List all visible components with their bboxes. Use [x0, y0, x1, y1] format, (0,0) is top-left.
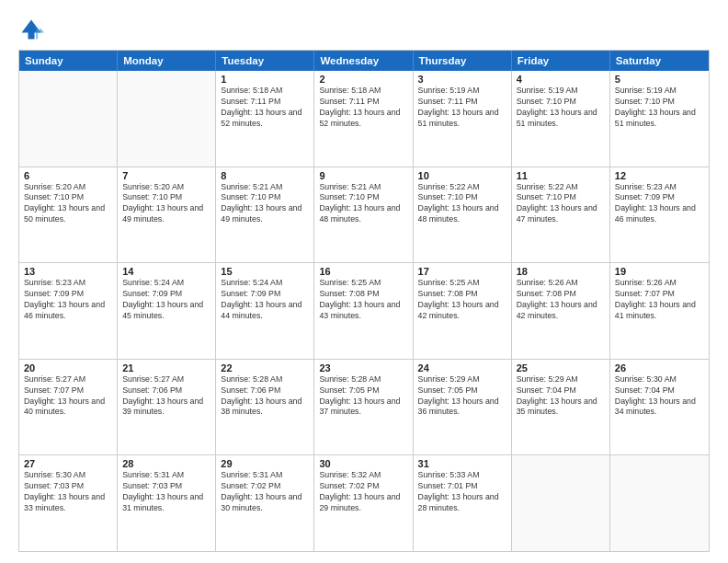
day-number: 16	[319, 266, 407, 277]
day-info: Sunrise: 5:21 AM Sunset: 7:10 PM Dayligh…	[221, 182, 309, 226]
day-cell-22: 22Sunrise: 5:28 AM Sunset: 7:06 PM Dayli…	[216, 360, 314, 455]
day-cell-12: 12Sunrise: 5:23 AM Sunset: 7:09 PM Dayli…	[610, 167, 709, 263]
day-cell-10: 10Sunrise: 5:22 AM Sunset: 7:10 PM Dayli…	[414, 167, 512, 263]
empty-cell	[610, 455, 709, 551]
day-cell-11: 11Sunrise: 5:22 AM Sunset: 7:10 PM Dayli…	[512, 167, 610, 263]
day-number: 27	[24, 458, 112, 469]
day-cell-30: 30Sunrise: 5:32 AM Sunset: 7:02 PM Dayli…	[314, 455, 413, 551]
day-info: Sunrise: 5:19 AM Sunset: 7:10 PM Dayligh…	[517, 86, 605, 130]
day-cell-13: 13Sunrise: 5:23 AM Sunset: 7:09 PM Dayli…	[19, 263, 118, 359]
header-cell-saturday: Saturday	[610, 51, 709, 71]
day-number: 11	[517, 170, 605, 181]
header-cell-monday: Monday	[118, 51, 216, 71]
day-info: Sunrise: 5:28 AM Sunset: 7:05 PM Dayligh…	[319, 374, 407, 419]
day-info: Sunrise: 5:23 AM Sunset: 7:09 PM Dayligh…	[615, 182, 704, 226]
header-cell-thursday: Thursday	[414, 51, 512, 71]
empty-cell	[118, 71, 216, 167]
calendar-row-2: 6Sunrise: 5:20 AM Sunset: 7:10 PM Daylig…	[19, 167, 709, 263]
day-number: 1	[221, 74, 309, 85]
header-cell-sunday: Sunday	[19, 51, 118, 71]
day-info: Sunrise: 5:26 AM Sunset: 7:08 PM Dayligh…	[517, 278, 605, 322]
day-number: 26	[615, 362, 704, 373]
empty-cell	[19, 71, 118, 167]
day-cell-5: 5Sunrise: 5:19 AM Sunset: 7:10 PM Daylig…	[610, 71, 709, 167]
day-info: Sunrise: 5:29 AM Sunset: 7:05 PM Dayligh…	[418, 374, 506, 419]
day-cell-7: 7Sunrise: 5:20 AM Sunset: 7:10 PM Daylig…	[118, 167, 216, 263]
day-info: Sunrise: 5:31 AM Sunset: 7:02 PM Dayligh…	[221, 470, 309, 514]
day-number: 19	[615, 266, 704, 277]
header	[18, 17, 710, 42]
day-number: 4	[517, 74, 605, 85]
svg-marker-1	[36, 23, 44, 40]
day-number: 12	[615, 170, 704, 181]
day-cell-20: 20Sunrise: 5:27 AM Sunset: 7:07 PM Dayli…	[19, 360, 118, 455]
day-cell-9: 9Sunrise: 5:21 AM Sunset: 7:10 PM Daylig…	[314, 167, 413, 263]
calendar-row-3: 13Sunrise: 5:23 AM Sunset: 7:09 PM Dayli…	[19, 262, 709, 359]
day-cell-16: 16Sunrise: 5:25 AM Sunset: 7:08 PM Dayli…	[314, 263, 413, 359]
day-info: Sunrise: 5:30 AM Sunset: 7:04 PM Dayligh…	[615, 374, 704, 419]
day-info: Sunrise: 5:22 AM Sunset: 7:10 PM Dayligh…	[517, 182, 605, 226]
page: SundayMondayTuesdayWednesdayThursdayFrid…	[0, 0, 728, 563]
header-cell-friday: Friday	[512, 51, 610, 71]
day-number: 23	[319, 362, 407, 373]
day-cell-19: 19Sunrise: 5:26 AM Sunset: 7:07 PM Dayli…	[610, 263, 709, 359]
day-info: Sunrise: 5:29 AM Sunset: 7:04 PM Dayligh…	[517, 374, 605, 419]
day-cell-18: 18Sunrise: 5:26 AM Sunset: 7:08 PM Dayli…	[512, 263, 610, 359]
day-cell-1: 1Sunrise: 5:18 AM Sunset: 7:11 PM Daylig…	[216, 71, 314, 167]
day-info: Sunrise: 5:33 AM Sunset: 7:01 PM Dayligh…	[418, 470, 506, 514]
day-info: Sunrise: 5:19 AM Sunset: 7:11 PM Dayligh…	[418, 86, 506, 130]
day-number: 25	[517, 362, 605, 373]
day-info: Sunrise: 5:28 AM Sunset: 7:06 PM Dayligh…	[221, 374, 309, 419]
day-info: Sunrise: 5:20 AM Sunset: 7:10 PM Dayligh…	[122, 182, 210, 226]
day-number: 21	[122, 362, 210, 373]
day-cell-8: 8Sunrise: 5:21 AM Sunset: 7:10 PM Daylig…	[216, 167, 314, 263]
day-cell-24: 24Sunrise: 5:29 AM Sunset: 7:05 PM Dayli…	[414, 360, 512, 455]
calendar-row-1: 1Sunrise: 5:18 AM Sunset: 7:11 PM Daylig…	[19, 71, 709, 167]
header-cell-tuesday: Tuesday	[216, 51, 314, 71]
header-cell-wednesday: Wednesday	[314, 51, 413, 71]
logo	[18, 17, 48, 42]
day-number: 17	[418, 266, 506, 277]
day-info: Sunrise: 5:23 AM Sunset: 7:09 PM Dayligh…	[24, 278, 112, 322]
day-number: 28	[122, 458, 210, 469]
day-cell-2: 2Sunrise: 5:18 AM Sunset: 7:11 PM Daylig…	[314, 71, 413, 167]
day-number: 10	[418, 170, 506, 181]
day-cell-28: 28Sunrise: 5:31 AM Sunset: 7:03 PM Dayli…	[118, 455, 216, 551]
calendar-row-5: 27Sunrise: 5:30 AM Sunset: 7:03 PM Dayli…	[19, 454, 709, 551]
day-info: Sunrise: 5:25 AM Sunset: 7:08 PM Dayligh…	[319, 278, 407, 322]
day-info: Sunrise: 5:24 AM Sunset: 7:09 PM Dayligh…	[221, 278, 309, 322]
day-info: Sunrise: 5:31 AM Sunset: 7:03 PM Dayligh…	[122, 470, 210, 514]
calendar-row-4: 20Sunrise: 5:27 AM Sunset: 7:07 PM Dayli…	[19, 359, 709, 455]
calendar: SundayMondayTuesdayWednesdayThursdayFrid…	[18, 50, 710, 552]
day-cell-21: 21Sunrise: 5:27 AM Sunset: 7:06 PM Dayli…	[118, 360, 216, 455]
empty-cell	[512, 455, 610, 551]
day-cell-15: 15Sunrise: 5:24 AM Sunset: 7:09 PM Dayli…	[216, 263, 314, 359]
day-cell-29: 29Sunrise: 5:31 AM Sunset: 7:02 PM Dayli…	[216, 455, 314, 551]
day-info: Sunrise: 5:25 AM Sunset: 7:08 PM Dayligh…	[418, 278, 506, 322]
day-number: 24	[418, 362, 506, 373]
day-info: Sunrise: 5:26 AM Sunset: 7:07 PM Dayligh…	[615, 278, 704, 322]
day-cell-25: 25Sunrise: 5:29 AM Sunset: 7:04 PM Dayli…	[512, 360, 610, 455]
day-number: 8	[221, 170, 309, 181]
day-number: 2	[319, 74, 407, 85]
logo-icon	[18, 17, 44, 42]
day-cell-17: 17Sunrise: 5:25 AM Sunset: 7:08 PM Dayli…	[414, 263, 512, 359]
day-number: 3	[418, 74, 506, 85]
day-info: Sunrise: 5:32 AM Sunset: 7:02 PM Dayligh…	[319, 470, 407, 514]
day-info: Sunrise: 5:18 AM Sunset: 7:11 PM Dayligh…	[221, 86, 309, 130]
day-number: 5	[615, 74, 704, 85]
day-info: Sunrise: 5:30 AM Sunset: 7:03 PM Dayligh…	[24, 470, 112, 514]
day-info: Sunrise: 5:18 AM Sunset: 7:11 PM Dayligh…	[319, 86, 407, 130]
day-info: Sunrise: 5:27 AM Sunset: 7:07 PM Dayligh…	[24, 374, 112, 419]
calendar-body: 1Sunrise: 5:18 AM Sunset: 7:11 PM Daylig…	[19, 71, 709, 551]
day-info: Sunrise: 5:27 AM Sunset: 7:06 PM Dayligh…	[122, 374, 210, 419]
day-info: Sunrise: 5:22 AM Sunset: 7:10 PM Dayligh…	[418, 182, 506, 226]
day-number: 9	[319, 170, 407, 181]
day-info: Sunrise: 5:21 AM Sunset: 7:10 PM Dayligh…	[319, 182, 407, 226]
day-cell-3: 3Sunrise: 5:19 AM Sunset: 7:11 PM Daylig…	[414, 71, 512, 167]
day-cell-27: 27Sunrise: 5:30 AM Sunset: 7:03 PM Dayli…	[19, 455, 118, 551]
day-number: 18	[517, 266, 605, 277]
day-cell-4: 4Sunrise: 5:19 AM Sunset: 7:10 PM Daylig…	[512, 71, 610, 167]
day-number: 15	[221, 266, 309, 277]
day-number: 13	[24, 266, 112, 277]
